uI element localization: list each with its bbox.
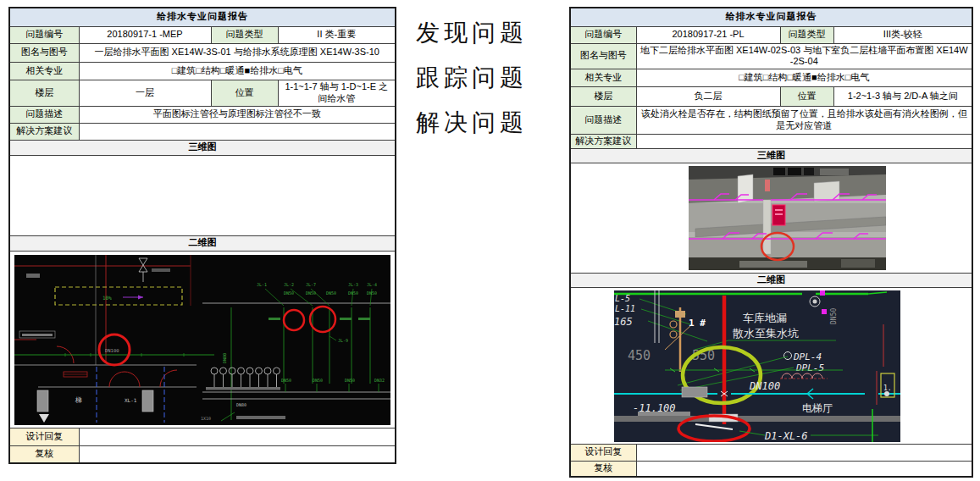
left-3d-section-header: 三维图: [9, 140, 396, 155]
pump-tag: 1 #: [689, 318, 706, 329]
caption-solve-problems: 解决问题: [416, 107, 528, 139]
room-label: 电梯厅: [802, 402, 833, 414]
left-issue-no-label: 问题编号: [9, 26, 79, 43]
left-report-title: 给排水专业问题报告: [9, 8, 396, 26]
left-report-table: 给排水专业问题报告 问题编号 20180917-1 -MEP 问题类型 II 类…: [8, 7, 396, 464]
dn-row-4: DN32: [374, 378, 385, 383]
right-drawing-value: 地下二层给排水平面图 XE14W-02S-03 与地下室负二层柱墙平面布置图 X…: [636, 43, 972, 69]
riser-label-1: JL-1: [257, 282, 267, 287]
dim-450: 450: [628, 348, 651, 363]
left-discipline-label: 相关专业: [9, 62, 79, 80]
right-3d-image-area: [570, 163, 972, 273]
left-location-value: 1-1~1-7 轴与 1-D~1-E 之间给水管: [278, 80, 396, 106]
right-solution-label: 解决方案建议: [570, 135, 636, 149]
fixture-tag: 1.: [883, 384, 892, 392]
right-report-title: 给排水专业问题报告: [570, 8, 972, 26]
left-floor-value: 一层: [79, 80, 211, 106]
left-solution-label: 解决方案建议: [9, 123, 79, 140]
room-label: 梯: [75, 396, 82, 404]
slope-label: 10%: [102, 295, 112, 301]
riser-dn: DN50: [284, 290, 294, 296]
riser-dn: DN50: [367, 290, 377, 296]
right-reply-value[interactable]: [636, 444, 972, 461]
dn-row-2: DN50: [313, 378, 323, 383]
left-3d-image-area: [9, 155, 396, 235]
left-description-value: 平面图标注管径与原理图标注管径不一致: [79, 106, 396, 123]
note-line-2: 散水至集水坑: [732, 327, 799, 340]
caption-discover-problems: 发现问题: [416, 17, 528, 49]
left-2d-cad-drawing: 10% DN100: [14, 255, 390, 425]
right-2d-cad-drawing: L-5 L-11 165 1 # 车库地漏 散水至集水坑: [614, 290, 900, 442]
right-issue-type-value: III类-较轻: [833, 26, 972, 43]
left-reply-label: 设计回复: [9, 428, 79, 445]
dpl5-label: DPL-5: [795, 362, 824, 373]
right-drawing-label: 图名与图号: [570, 43, 636, 69]
right-floor-value: 负二层: [636, 87, 780, 107]
right-review-label: 复核: [570, 461, 636, 477]
riser-dn: DN50: [306, 290, 316, 296]
left-2d-section-header: 二维图: [9, 235, 396, 251]
riser-label-2: JL-2: [284, 282, 294, 287]
riser-label-4: JL-3: [348, 282, 358, 287]
caption-track-problems: 跟踪问题: [416, 62, 528, 94]
column-riser-label: XL-1: [125, 397, 137, 403]
right-description-value: 该处消火栓是否存在，结构图纸预留了位置，且给排水该处画有消火栓图例，但是无对应管…: [636, 107, 972, 135]
left-review-value[interactable]: [79, 445, 396, 463]
vertical-dn-label: DN80: [222, 352, 227, 362]
riser-label-a: L-5: [615, 294, 630, 303]
right-solution-value[interactable]: [636, 135, 972, 149]
left-review-label: 复核: [9, 445, 79, 463]
right-reply-label: 设计回复: [570, 444, 636, 461]
riser-label-b: L-11: [615, 304, 635, 313]
right-discipline-value: □建筑□结构□暖通■给排水□电气: [636, 69, 972, 87]
left-floor-label: 楼层: [9, 80, 79, 106]
right-issue-no-value: 20180917-21 -PL: [636, 26, 780, 43]
left-drawing-value: 一层给排水平面图 XE14W-3S-01 与给排水系统原理图 XE14W-3S-…: [79, 43, 396, 62]
bottom-dn-label: DN80: [236, 402, 246, 407]
right-2d-image-area: L-5 L-11 165 1 # 车库地漏 散水至集水坑: [570, 287, 972, 444]
branch-label: JL-9: [338, 338, 348, 343]
right-description-label: 问题描述: [570, 107, 636, 135]
right-location-value: 1-2~1-3 轴与 2/D-A 轴之间: [833, 87, 972, 107]
left-issue-type-label: 问题类型: [211, 26, 278, 43]
right-issue-no-label: 问题编号: [570, 26, 636, 43]
right-floor-label: 楼层: [570, 87, 636, 107]
dpl4-label: DPL-4: [793, 351, 822, 362]
drain-riser-label: D1-XL-6: [764, 430, 808, 442]
riser-dn: DN50: [348, 290, 358, 296]
left-description-label: 问题描述: [9, 106, 79, 123]
right-location-label: 位置: [780, 87, 833, 107]
right-report-table: 给排水专业问题报告 问题编号 20180917-21 -PL 问题类型 III类…: [569, 7, 973, 478]
right-2d-section-header: 二维图: [570, 273, 972, 287]
dn100-label: DN100: [749, 380, 780, 392]
dn-row-1: DN50: [281, 378, 291, 383]
right-review-value[interactable]: [636, 461, 972, 477]
left-issue-no-value: 20180917-1 -MEP: [79, 26, 211, 43]
right-issue-type-label: 问题类型: [780, 26, 833, 43]
left-reply-value[interactable]: [79, 428, 396, 445]
riser-label-3: JL-7: [306, 282, 316, 287]
right-3d-bim-view: [689, 166, 886, 270]
dn50-vertical-label: DN50: [830, 307, 838, 323]
left-issue-type-value: II 类-重要: [278, 26, 396, 43]
note-line-1: 车库地漏: [743, 312, 787, 324]
left-solution-value[interactable]: [79, 123, 396, 140]
left-2d-image-area: 10% DN100: [9, 251, 396, 428]
left-location-label: 位置: [211, 80, 278, 106]
left-discipline-value: □建筑□结构□暖通■给排水□电气: [79, 62, 396, 80]
circled-pipe-dn: DN100: [105, 348, 119, 353]
left-drawing-label: 图名与图号: [9, 43, 79, 62]
riser-label-5: JL-4: [367, 282, 377, 287]
dn-row-3: DN50: [345, 378, 355, 383]
right-discipline-label: 相关专业: [570, 69, 636, 87]
right-3d-section-header: 三维图: [570, 148, 972, 163]
riser-label-c: 165: [614, 316, 633, 328]
bottom-note: 1X10: [201, 416, 211, 421]
riser-dn: DN50: [326, 290, 336, 296]
